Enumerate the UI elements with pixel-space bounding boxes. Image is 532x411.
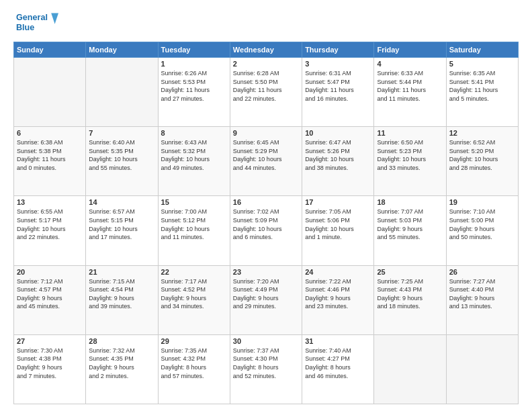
calendar-cell: 25Sunrise: 7:25 AM Sunset: 4:43 PM Dayli… [374,265,446,334]
calendar-cell: 3Sunrise: 6:31 AM Sunset: 5:47 PM Daylig… [302,58,374,127]
day-number: 17 [305,198,371,206]
logo-icon: GeneralBlue [13,11,67,35]
day-info: Sunrise: 7:40 AM Sunset: 4:27 PM Dayligh… [305,347,371,380]
calendar-cell: 2Sunrise: 6:28 AM Sunset: 5:50 PM Daylig… [230,58,302,127]
calendar-cell: 7Sunrise: 6:40 AM Sunset: 5:35 PM Daylig… [86,127,158,196]
calendar-cell: 18Sunrise: 7:07 AM Sunset: 5:03 PM Dayli… [374,196,446,265]
calendar-cell: 13Sunrise: 6:55 AM Sunset: 5:17 PM Dayli… [14,196,86,265]
day-number: 18 [377,198,443,206]
day-number: 29 [161,337,227,345]
calendar-cell: 19Sunrise: 7:10 AM Sunset: 5:00 PM Dayli… [446,196,518,265]
calendar-cell: 30Sunrise: 7:37 AM Sunset: 4:30 PM Dayli… [230,334,302,404]
day-info: Sunrise: 7:32 AM Sunset: 4:35 PM Dayligh… [89,347,154,380]
day-info: Sunrise: 6:47 AM Sunset: 5:26 PM Dayligh… [305,138,371,172]
day-info: Sunrise: 6:40 AM Sunset: 5:35 PM Dayligh… [89,138,154,172]
weekday-header: Sunday [14,42,86,58]
header: GeneralBlue [13,11,519,35]
day-info: Sunrise: 6:45 AM Sunset: 5:29 PM Dayligh… [233,138,299,172]
day-number: 1 [161,60,227,68]
svg-text:General: General [16,13,48,22]
day-number: 19 [449,198,515,206]
day-info: Sunrise: 6:38 AM Sunset: 5:38 PM Dayligh… [17,138,83,172]
calendar-cell [14,58,86,127]
calendar-cell: 14Sunrise: 6:57 AM Sunset: 5:15 PM Dayli… [86,196,158,265]
day-info: Sunrise: 7:05 AM Sunset: 5:06 PM Dayligh… [305,208,371,241]
day-info: Sunrise: 7:20 AM Sunset: 4:49 PM Dayligh… [233,277,299,311]
calendar-cell: 26Sunrise: 7:27 AM Sunset: 4:40 PM Dayli… [446,265,518,334]
calendar-cell [446,334,518,404]
day-number: 14 [89,198,154,206]
day-info: Sunrise: 7:22 AM Sunset: 4:46 PM Dayligh… [305,277,371,311]
calendar-week-row: 27Sunrise: 7:30 AM Sunset: 4:38 PM Dayli… [14,334,519,404]
day-info: Sunrise: 7:12 AM Sunset: 4:57 PM Dayligh… [17,277,83,311]
day-info: Sunrise: 6:50 AM Sunset: 5:23 PM Dayligh… [377,138,443,172]
day-info: Sunrise: 7:25 AM Sunset: 4:43 PM Dayligh… [377,277,443,311]
calendar-week-row: 13Sunrise: 6:55 AM Sunset: 5:17 PM Dayli… [14,196,519,265]
day-info: Sunrise: 7:37 AM Sunset: 4:30 PM Dayligh… [233,347,299,380]
calendar-cell: 27Sunrise: 7:30 AM Sunset: 4:38 PM Dayli… [14,334,86,404]
day-info: Sunrise: 7:35 AM Sunset: 4:32 PM Dayligh… [161,347,227,380]
day-number: 20 [17,268,83,276]
day-info: Sunrise: 7:15 AM Sunset: 4:54 PM Dayligh… [89,277,154,311]
calendar-cell: 16Sunrise: 7:02 AM Sunset: 5:09 PM Dayli… [230,196,302,265]
calendar-week-row: 6Sunrise: 6:38 AM Sunset: 5:38 PM Daylig… [14,127,519,196]
weekday-header: Wednesday [230,42,302,58]
calendar-week-row: 20Sunrise: 7:12 AM Sunset: 4:57 PM Dayli… [14,265,519,334]
day-number: 3 [305,60,371,68]
svg-marker-2 [51,13,58,24]
calendar-header-row: SundayMondayTuesdayWednesdayThursdayFrid… [14,42,519,58]
day-number: 13 [17,198,83,206]
day-number: 22 [161,268,227,276]
calendar-cell [86,58,158,127]
day-info: Sunrise: 6:43 AM Sunset: 5:32 PM Dayligh… [161,138,227,172]
calendar-cell: 4Sunrise: 6:33 AM Sunset: 5:44 PM Daylig… [374,58,446,127]
page: GeneralBlue SundayMondayTuesdayWednesday… [0,0,532,411]
day-info: Sunrise: 7:00 AM Sunset: 5:12 PM Dayligh… [161,208,227,241]
calendar-cell: 11Sunrise: 6:50 AM Sunset: 5:23 PM Dayli… [374,127,446,196]
calendar-cell: 28Sunrise: 7:32 AM Sunset: 4:35 PM Dayli… [86,334,158,404]
logo: GeneralBlue [13,11,67,35]
calendar-cell: 15Sunrise: 7:00 AM Sunset: 5:12 PM Dayli… [158,196,230,265]
day-number: 16 [233,198,299,206]
calendar-cell: 1Sunrise: 6:26 AM Sunset: 5:53 PM Daylig… [158,58,230,127]
day-info: Sunrise: 6:57 AM Sunset: 5:15 PM Dayligh… [89,208,154,241]
weekday-header: Saturday [446,42,518,58]
day-info: Sunrise: 6:35 AM Sunset: 5:41 PM Dayligh… [449,69,515,103]
day-info: Sunrise: 6:33 AM Sunset: 5:44 PM Dayligh… [377,69,443,103]
calendar-cell: 6Sunrise: 6:38 AM Sunset: 5:38 PM Daylig… [14,127,86,196]
calendar-cell: 10Sunrise: 6:47 AM Sunset: 5:26 PM Dayli… [302,127,374,196]
day-number: 21 [89,268,154,276]
day-info: Sunrise: 7:10 AM Sunset: 5:00 PM Dayligh… [449,208,515,241]
day-number: 26 [449,268,515,276]
weekday-header: Friday [374,42,446,58]
weekday-header: Thursday [302,42,374,58]
weekday-header: Monday [86,42,158,58]
day-number: 8 [161,129,227,137]
day-number: 27 [17,337,83,345]
calendar-cell: 5Sunrise: 6:35 AM Sunset: 5:41 PM Daylig… [446,58,518,127]
calendar-cell: 17Sunrise: 7:05 AM Sunset: 5:06 PM Dayli… [302,196,374,265]
calendar-cell: 20Sunrise: 7:12 AM Sunset: 4:57 PM Dayli… [14,265,86,334]
day-number: 12 [449,129,515,137]
day-number: 7 [89,129,154,137]
day-info: Sunrise: 7:30 AM Sunset: 4:38 PM Dayligh… [17,347,83,380]
day-info: Sunrise: 6:31 AM Sunset: 5:47 PM Dayligh… [305,69,371,103]
day-number: 24 [305,268,371,276]
day-number: 6 [17,129,83,137]
calendar-cell: 8Sunrise: 6:43 AM Sunset: 5:32 PM Daylig… [158,127,230,196]
day-info: Sunrise: 7:02 AM Sunset: 5:09 PM Dayligh… [233,208,299,241]
calendar-cell: 9Sunrise: 6:45 AM Sunset: 5:29 PM Daylig… [230,127,302,196]
day-number: 31 [305,337,371,345]
calendar-cell: 24Sunrise: 7:22 AM Sunset: 4:46 PM Dayli… [302,265,374,334]
calendar-cell [374,334,446,404]
calendar-cell: 22Sunrise: 7:17 AM Sunset: 4:52 PM Dayli… [158,265,230,334]
day-info: Sunrise: 6:55 AM Sunset: 5:17 PM Dayligh… [17,208,83,241]
day-info: Sunrise: 7:27 AM Sunset: 4:40 PM Dayligh… [449,277,515,311]
day-number: 4 [377,60,443,68]
day-info: Sunrise: 7:07 AM Sunset: 5:03 PM Dayligh… [377,208,443,241]
day-info: Sunrise: 6:28 AM Sunset: 5:50 PM Dayligh… [233,69,299,103]
calendar-week-row: 1Sunrise: 6:26 AM Sunset: 5:53 PM Daylig… [14,58,519,127]
calendar-cell: 23Sunrise: 7:20 AM Sunset: 4:49 PM Dayli… [230,265,302,334]
day-number: 23 [233,268,299,276]
day-info: Sunrise: 6:26 AM Sunset: 5:53 PM Dayligh… [161,69,227,103]
